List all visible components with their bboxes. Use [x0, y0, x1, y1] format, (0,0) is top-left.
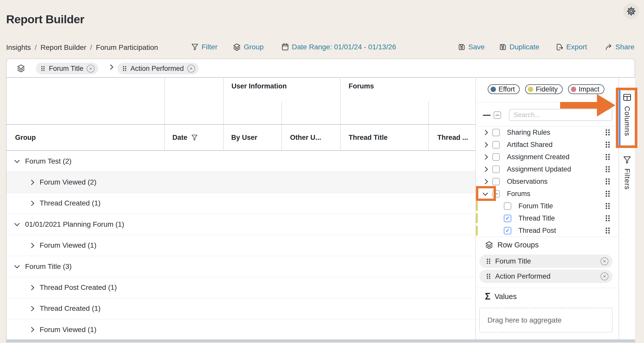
table-row-forum-viewed[interactable]: Forum Viewed (1)	[7, 319, 475, 340]
remove-chip-icon[interactable]: ×	[601, 272, 608, 280]
drag-handle-icon[interactable]	[605, 165, 610, 173]
horizontal-scrollbar[interactable]	[7, 339, 635, 342]
chevron-right-icon[interactable]	[29, 179, 34, 185]
row-group-chip-forum-title[interactable]: Forum Title ×	[479, 255, 613, 268]
drag-handle-icon[interactable]	[41, 65, 45, 72]
tree-item-assignment-created[interactable]: Assignment Created	[476, 151, 619, 163]
checkbox[interactable]	[504, 202, 511, 210]
column-header-group[interactable]: Group	[15, 125, 36, 150]
drag-handle-icon[interactable]	[605, 128, 610, 136]
table-row-forum-title[interactable]: Forum Title (3)	[7, 256, 475, 277]
group-button[interactable]: Group	[233, 42, 264, 52]
tree-item-assignment-updated[interactable]: Assignment Updated	[476, 163, 619, 175]
table-row-forum-test[interactable]: Forum Test (2)	[7, 151, 475, 172]
tree-item-label: Artifact Shared	[507, 141, 553, 149]
drag-handle-icon[interactable]	[605, 177, 610, 186]
checkbox[interactable]	[492, 166, 500, 173]
filter-button[interactable]: Filter	[191, 42, 217, 52]
chevron-right-icon[interactable]	[29, 306, 34, 311]
chevron-right-icon[interactable]	[29, 201, 34, 206]
table-row-planning-forum[interactable]: 01/01/2021 Planning Forum (1)	[7, 214, 475, 235]
row-group-chip-action-performed[interactable]: Action Performed ×	[479, 270, 613, 283]
drag-handle-icon[interactable]	[605, 226, 610, 235]
tree-item-observations[interactable]: Observations	[476, 175, 619, 188]
tab-columns[interactable]: Columns	[619, 90, 635, 146]
legend-pill-fidelity[interactable]: Fidelity	[525, 84, 563, 94]
chevron-right-icon[interactable]	[483, 166, 488, 172]
tree-item-thread-post[interactable]: Thread Post	[476, 224, 619, 237]
drag-handle-icon[interactable]	[123, 65, 127, 72]
save-button[interactable]: Save	[458, 42, 485, 52]
values-dropzone[interactable]: Drag here to aggregate	[479, 308, 613, 333]
table-row-forum-viewed[interactable]: Forum Viewed (1)	[7, 235, 475, 256]
settings-button[interactable]	[623, 3, 639, 19]
date-range-button[interactable]: Date Range: 01/01/24 - 01/13/26	[281, 42, 396, 52]
checkbox[interactable]	[492, 178, 500, 185]
drag-handle-icon[interactable]	[605, 190, 610, 198]
remove-chip-icon[interactable]: ×	[187, 65, 195, 73]
chevron-down-icon[interactable]	[483, 190, 488, 196]
group-chip-forum-title[interactable]: Forum Title ×	[36, 63, 98, 74]
chevron-right-icon[interactable]	[483, 154, 488, 159]
side-tab-strip: Columns Filters	[619, 78, 635, 339]
row-groups-title: Row Groups	[497, 241, 539, 249]
drag-handle-icon[interactable]	[605, 202, 610, 210]
drag-handle-icon[interactable]	[486, 273, 491, 280]
legend-pill-impact[interactable]: Impact	[568, 84, 604, 94]
checkbox[interactable]	[492, 129, 500, 136]
column-header-thread[interactable]: Thread ...	[437, 125, 468, 150]
share-button[interactable]: Share	[605, 42, 635, 52]
legend-pill-effort[interactable]: Effort	[488, 84, 520, 94]
tree-item-artifact-shared[interactable]: Artifact Shared	[476, 139, 619, 151]
tab-filters[interactable]: Filters	[619, 156, 635, 207]
chevron-right-icon[interactable]	[29, 285, 34, 290]
checkbox[interactable]	[492, 153, 500, 161]
drag-handle-icon[interactable]	[486, 258, 491, 265]
tree-item-label: Thread Post	[518, 227, 556, 235]
duplicate-button[interactable]: Duplicate	[499, 42, 539, 52]
checkbox-indeterminate[interactable]	[492, 190, 500, 198]
drag-handle-icon[interactable]	[605, 141, 610, 149]
checkbox-checked[interactable]	[504, 215, 511, 222]
checkbox[interactable]	[492, 141, 500, 148]
tree-item-forum-title[interactable]: Forum Title	[476, 200, 619, 212]
tree-item-forums[interactable]: Forums	[476, 188, 619, 200]
breadcrumb-insights[interactable]: Insights	[6, 43, 31, 52]
checkbox-checked[interactable]	[504, 227, 511, 234]
remove-chip-icon[interactable]: ×	[87, 65, 95, 73]
tree-item-sharing-rules[interactable]: Sharing Rules	[476, 126, 619, 139]
chevron-right-icon[interactable]	[483, 142, 488, 147]
column-filter-icon[interactable]	[191, 134, 198, 141]
breadcrumb-forum-participation[interactable]: Forum Participation	[96, 43, 158, 52]
tree-item-thread-title[interactable]: Thread Title	[476, 212, 619, 224]
column-header-other-user[interactable]: Other U...	[290, 125, 321, 150]
breadcrumb-report-builder[interactable]: Report Builder	[40, 43, 86, 52]
legend-label: Fidelity	[536, 85, 558, 93]
chevron-right-icon[interactable]	[29, 327, 34, 332]
chevron-right-icon[interactable]	[483, 130, 488, 135]
table-row-thread-created[interactable]: Thread Created (1)	[7, 298, 475, 319]
export-button[interactable]: Export	[556, 42, 587, 52]
table-row-thread-created[interactable]: Thread Created (1)	[7, 193, 475, 214]
select-all-checkbox[interactable]	[494, 111, 501, 119]
column-header-thread-title[interactable]: Thread Title	[349, 125, 388, 150]
chevron-down-icon[interactable]	[14, 263, 20, 268]
remove-chip-icon[interactable]: ×	[601, 257, 608, 265]
chevron-down-icon[interactable]	[14, 221, 20, 226]
table-row-forum-viewed[interactable]: Forum Viewed (2)	[7, 172, 475, 193]
column-header-by-user[interactable]: By User	[231, 125, 257, 150]
chevron-right-icon[interactable]	[29, 243, 34, 248]
collapse-all-icon[interactable]	[483, 115, 491, 116]
chevron-down-icon[interactable]	[14, 158, 20, 163]
tab-label: Filters	[623, 168, 631, 190]
drag-handle-icon[interactable]	[605, 214, 610, 222]
drag-handle-icon[interactable]	[605, 153, 610, 161]
chevron-right-icon[interactable]	[483, 179, 488, 184]
funnel-icon	[191, 43, 199, 51]
tab-label: Columns	[623, 106, 631, 136]
group-chip-label: Action Performed	[130, 65, 184, 73]
column-header-date[interactable]: Date	[172, 125, 198, 150]
table-row-thread-post-created[interactable]: Thread Post Created (1)	[7, 277, 475, 298]
group-chip-action-performed[interactable]: Action Performed ×	[117, 63, 199, 74]
search-input[interactable]	[509, 109, 612, 121]
